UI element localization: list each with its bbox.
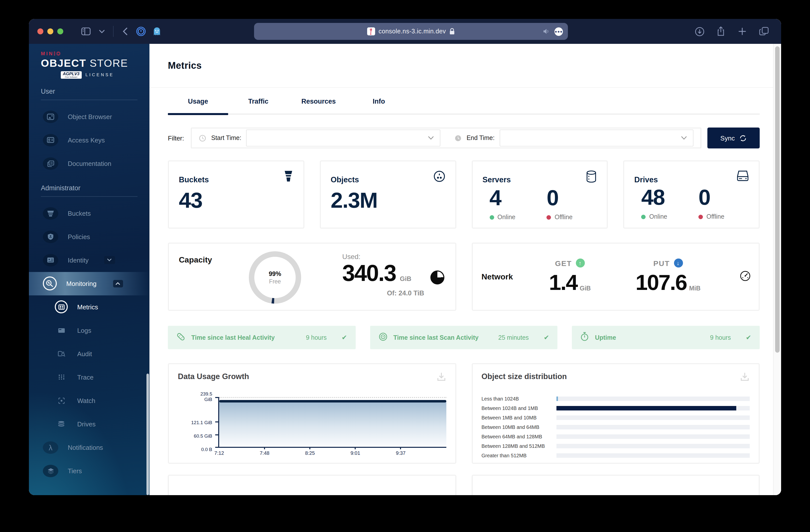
- tab-usage[interactable]: Usage: [168, 98, 228, 114]
- buckets-icon: [43, 207, 58, 220]
- dist-row: Between 1024B and 1MB: [482, 403, 750, 413]
- watch-icon: [55, 397, 68, 404]
- partial-card: [168, 475, 456, 495]
- capacity-card: Capacity 99% Free Used:: [168, 243, 456, 311]
- sidebar-item-access-keys[interactable]: Access Keys: [29, 128, 149, 152]
- speedometer-icon: [740, 271, 751, 284]
- sidebar-item-trace[interactable]: Trace: [29, 365, 149, 389]
- identity-expand-chevron[interactable]: [104, 256, 115, 264]
- check-icon: ✔: [342, 334, 347, 341]
- chevron-down-icon: [428, 136, 434, 140]
- sidebar-item-object-browser[interactable]: Object Browser: [29, 105, 149, 128]
- start-time-select[interactable]: [246, 130, 440, 146]
- address-bar[interactable]: console.ns-3.ic.min.dev ●●●: [254, 23, 568, 40]
- zoom-window-button[interactable]: [57, 28, 63, 34]
- offline-dot: [698, 214, 703, 219]
- agpl-badge: AGPLV3Free Software: [61, 71, 81, 78]
- dist-row: Between 64MB and 128MB: [482, 432, 750, 441]
- filter-label: Filter:: [168, 134, 185, 142]
- sidebar-item-buckets[interactable]: Buckets: [29, 201, 149, 225]
- dist-bar: [556, 406, 736, 410]
- monitoring-collapse-chevron[interactable]: [113, 280, 123, 287]
- ghostery-extension-icon[interactable]: [150, 25, 163, 38]
- y-axis-label: 121.1 GiB: [191, 420, 212, 426]
- section-user: User: [41, 87, 137, 100]
- objects-count: 2.3M: [331, 189, 446, 211]
- dist-row: Greater than 512MB: [482, 451, 750, 460]
- scan-activity-bar: Time since last Scan Activity 25 minutes…: [370, 326, 557, 349]
- scrollbar-thumb[interactable]: [775, 46, 780, 353]
- dist-track: [556, 397, 750, 401]
- mute-speaker-icon[interactable]: [543, 28, 550, 34]
- drive-icon: [737, 171, 749, 183]
- sidebar-toggle-icon[interactable]: [79, 25, 92, 38]
- sidebar-item-tiers[interactable]: Tiers: [29, 459, 149, 482]
- sidebar-item-documentation[interactable]: Documentation: [29, 152, 149, 175]
- section-administrator: Administrator: [41, 184, 137, 196]
- y-axis-label: 60.5 GiB: [194, 434, 212, 439]
- start-time-clock-icon: [199, 134, 206, 142]
- dist-track: [556, 406, 750, 410]
- reader-options-icon[interactable]: ●●●: [554, 27, 563, 36]
- dist-category-label: Between 64MB and 128MB: [482, 434, 556, 439]
- buckets-card: Buckets 43: [168, 160, 304, 229]
- check-icon: ✔: [746, 334, 751, 341]
- tiers-icon: [43, 465, 58, 477]
- charts-row: Data Usage Growth 7:127:488:259:019:37 2…: [168, 363, 760, 464]
- sidebar-item-monitoring[interactable]: Monitoring: [29, 272, 149, 295]
- end-time-select[interactable]: [500, 130, 693, 146]
- network-put-value: 107.6: [635, 272, 686, 293]
- sync-button[interactable]: Sync: [707, 128, 760, 148]
- minimize-window-button[interactable]: [47, 28, 53, 34]
- download-chart-icon[interactable]: [740, 372, 750, 384]
- end-time-label: End Time:: [467, 134, 495, 142]
- put-down-arrow-icon: ↓: [674, 259, 683, 268]
- offline-dot: [547, 215, 551, 220]
- window-controls: [37, 28, 67, 34]
- x-axis-tick: [264, 447, 265, 449]
- sidebar-item-drives[interactable]: Drives: [29, 412, 149, 436]
- time-filter-box: Start Time: End Time:: [191, 128, 701, 148]
- tab-traffic[interactable]: Traffic: [228, 98, 288, 114]
- sidebar-item-audit[interactable]: Audit: [29, 342, 149, 365]
- stats-row: Buckets 43 Objects: [168, 160, 760, 229]
- downloads-icon[interactable]: [693, 25, 706, 38]
- dist-category-label: Between 1MB and 10MB: [482, 415, 556, 420]
- tab-resources[interactable]: Resources: [288, 98, 349, 114]
- browser-toolbar: console.ns-3.ic.min.dev ●●●: [29, 19, 781, 44]
- tls-lock-icon: [449, 28, 455, 35]
- bandage-icon: [176, 332, 185, 343]
- onepassword-extension-icon[interactable]: [134, 25, 147, 38]
- uptime-value: 9 hours: [710, 334, 731, 341]
- new-tab-icon[interactable]: [736, 25, 749, 38]
- network-get-value: 1.4: [549, 272, 577, 293]
- dist-category-label: Less than 1024B: [482, 396, 556, 402]
- desktop: console.ns-3.ic.min.dev ●●●: [0, 0, 810, 532]
- pie-chart-icon: [430, 270, 444, 285]
- sidebar-item-metrics[interactable]: Metrics: [29, 295, 149, 319]
- tab-info[interactable]: Info: [349, 98, 409, 114]
- sidebar-item-watch[interactable]: Watch: [29, 389, 149, 412]
- objects-icon: [433, 171, 445, 184]
- x-axis-tick: [355, 447, 356, 449]
- online-dot: [642, 214, 646, 219]
- drives-offline-count: 0: [698, 186, 749, 208]
- main-scrollbar[interactable]: [773, 44, 781, 495]
- sidebar-chevron-down-icon[interactable]: [95, 25, 108, 38]
- sidebar-item-policies[interactable]: Policies: [29, 225, 149, 248]
- sidebar-item-logs[interactable]: Logs: [29, 319, 149, 342]
- download-chart-icon[interactable]: [436, 372, 446, 384]
- online-dot: [489, 215, 494, 220]
- site-favicon: [367, 27, 375, 35]
- sidebar-item-identity[interactable]: Identity: [29, 248, 149, 272]
- sidebar-item-notifications[interactable]: λ Notifications: [29, 436, 149, 459]
- share-icon[interactable]: [714, 25, 727, 38]
- tab-overview-icon[interactable]: [757, 25, 770, 38]
- close-window-button[interactable]: [37, 28, 43, 34]
- capacity-network-row: Capacity 99% Free Used:: [168, 243, 760, 311]
- back-button[interactable]: [118, 25, 131, 38]
- sidebar-scrollbar[interactable]: [146, 374, 149, 495]
- objects-card: Objects 2.3M: [320, 160, 456, 229]
- scan-target-icon: [378, 332, 387, 343]
- bucket-icon: [284, 171, 293, 184]
